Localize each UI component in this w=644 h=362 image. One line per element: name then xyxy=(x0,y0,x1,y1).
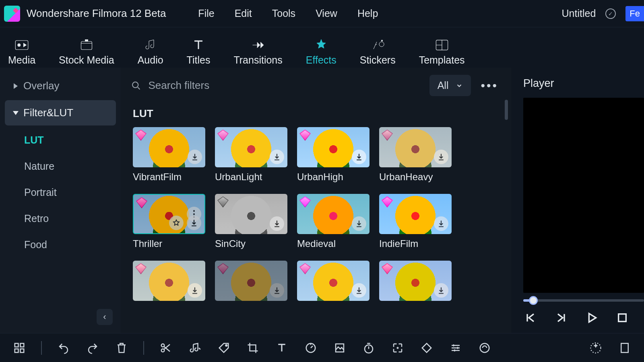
menu-view[interactable]: View xyxy=(316,8,337,19)
sidebar-item-filterlut[interactable]: Filter&LUT xyxy=(5,100,116,125)
effect-card-vibrantfilm[interactable]: VibrantFilm xyxy=(133,127,205,183)
effect-label: UrbanHigh xyxy=(297,167,369,183)
menu-file[interactable]: File xyxy=(198,8,214,19)
download-button[interactable] xyxy=(187,216,201,230)
tab-media[interactable]: Media xyxy=(8,38,35,66)
undo-button[interactable] xyxy=(56,341,71,355)
download-button[interactable] xyxy=(188,150,202,164)
render-preview-button[interactable] xyxy=(588,341,603,355)
more-options-button[interactable]: ••• xyxy=(478,79,501,93)
effect-card[interactable] xyxy=(297,261,369,305)
menu-edit[interactable]: Edit xyxy=(235,8,252,19)
menu-help[interactable]: Help xyxy=(357,8,378,19)
player-preview[interactable] xyxy=(523,98,644,293)
crop-button[interactable] xyxy=(246,341,260,355)
favorite-button[interactable] xyxy=(169,216,184,230)
download-button[interactable] xyxy=(434,283,448,298)
color-button[interactable] xyxy=(332,341,347,355)
tab-titles[interactable]: Titles xyxy=(187,38,211,66)
tab-effects[interactable]: Effects xyxy=(306,38,336,66)
sync-check-icon[interactable]: ✓ xyxy=(605,8,616,19)
download-button[interactable] xyxy=(434,150,448,164)
effect-card[interactable] xyxy=(379,261,452,305)
layout-view-button[interactable] xyxy=(12,341,27,355)
adjust-button[interactable] xyxy=(448,341,463,355)
tab-transitions[interactable]: Transitions xyxy=(233,38,282,66)
sidebar-item-overlay[interactable]: Overlay xyxy=(5,73,116,99)
svg-point-5 xyxy=(132,82,138,87)
tab-audio-label: Audio xyxy=(138,54,163,66)
search-wrap xyxy=(131,79,422,92)
svg-rect-9 xyxy=(15,349,19,352)
effect-card-urbanlight[interactable]: UrbanLight xyxy=(215,127,287,183)
divider xyxy=(143,341,144,355)
stop-button[interactable] xyxy=(615,311,630,325)
effect-card[interactable] xyxy=(133,261,205,305)
download-button[interactable] xyxy=(188,283,202,298)
effect-card-thriller[interactable]: ⋮ Thriller xyxy=(133,194,205,249)
mask-button[interactable] xyxy=(419,341,434,355)
slider-track[interactable] xyxy=(523,299,644,302)
effect-label: SinCity xyxy=(215,234,287,249)
prev-frame-button[interactable] xyxy=(523,311,538,325)
sidebar-item-nature[interactable]: Nature xyxy=(24,153,121,179)
split-button[interactable] xyxy=(159,341,173,355)
speed-button[interactable] xyxy=(303,341,318,355)
templates-icon xyxy=(434,38,450,52)
premium-diamond-icon xyxy=(217,263,229,274)
next-frame-button[interactable] xyxy=(554,311,568,325)
effect-card-indiefilm[interactable]: IndieFilm xyxy=(379,194,452,249)
effect-card-sincity[interactable]: SinCity xyxy=(215,194,287,249)
play-button[interactable] xyxy=(584,311,599,325)
tab-stock-media[interactable]: Stock Media xyxy=(59,38,114,66)
sidebar-collapse-button[interactable]: ‹ xyxy=(97,309,113,325)
filter-dropdown[interactable]: All xyxy=(429,75,471,96)
download-button[interactable] xyxy=(352,216,366,231)
marker-button[interactable] xyxy=(617,341,632,355)
download-button[interactable] xyxy=(352,283,366,298)
premium-diamond-icon xyxy=(299,130,311,141)
effect-card[interactable] xyxy=(215,261,287,305)
premium-diamond-icon xyxy=(382,130,393,141)
download-button[interactable] xyxy=(434,216,448,231)
text-tool-button[interactable] xyxy=(275,341,289,355)
sidebar-item-retro[interactable]: Retro xyxy=(24,206,121,232)
download-button[interactable] xyxy=(270,283,284,298)
player-slider[interactable] xyxy=(511,293,644,306)
search-input[interactable] xyxy=(148,79,422,92)
effects-grid: VibrantFilm UrbanLight UrbanHigh xyxy=(121,127,511,305)
tab-stickers[interactable]: Stickers xyxy=(360,38,396,66)
delete-button[interactable] xyxy=(114,341,129,355)
feedback-button[interactable]: Fe xyxy=(625,6,644,21)
timeline-toolbar xyxy=(0,333,644,362)
slider-thumb[interactable] xyxy=(529,296,538,305)
keyframe-button[interactable] xyxy=(390,341,405,355)
sidebar-item-lut[interactable]: LUT xyxy=(24,127,121,153)
main-tabs: Media Stock Media Audio Titles Transitio… xyxy=(0,27,644,68)
premium-diamond-icon xyxy=(135,130,147,141)
content-scrollbar[interactable] xyxy=(505,100,508,120)
effect-card-urbanheavy[interactable]: UrbanHeavy xyxy=(379,127,452,183)
sidebar-item-food[interactable]: Food xyxy=(24,232,121,258)
divider xyxy=(41,341,42,355)
menu-tools[interactable]: Tools xyxy=(272,8,295,19)
sidebar-item-portrait[interactable]: Portrait xyxy=(24,179,121,206)
enhance-button[interactable] xyxy=(477,341,492,355)
tab-templates[interactable]: Templates xyxy=(419,38,465,66)
duration-button[interactable] xyxy=(361,341,376,355)
redo-button[interactable] xyxy=(85,341,100,355)
effect-thumb xyxy=(215,261,287,301)
effect-label xyxy=(133,301,205,305)
download-button[interactable] xyxy=(352,150,366,164)
audio-detach-button[interactable] xyxy=(188,341,202,355)
effect-card-urbanhigh[interactable]: UrbanHigh xyxy=(297,127,369,183)
tab-stock-label: Stock Media xyxy=(59,54,114,66)
tag-button[interactable] xyxy=(217,341,231,355)
effect-card-medieval[interactable]: Medieval xyxy=(297,194,369,249)
download-button[interactable] xyxy=(270,216,284,231)
svg-point-13 xyxy=(225,344,227,346)
tab-audio[interactable]: Audio xyxy=(138,38,163,66)
chevron-down-icon xyxy=(456,82,463,89)
download-button[interactable] xyxy=(270,150,284,164)
svg-rect-2 xyxy=(81,41,92,49)
